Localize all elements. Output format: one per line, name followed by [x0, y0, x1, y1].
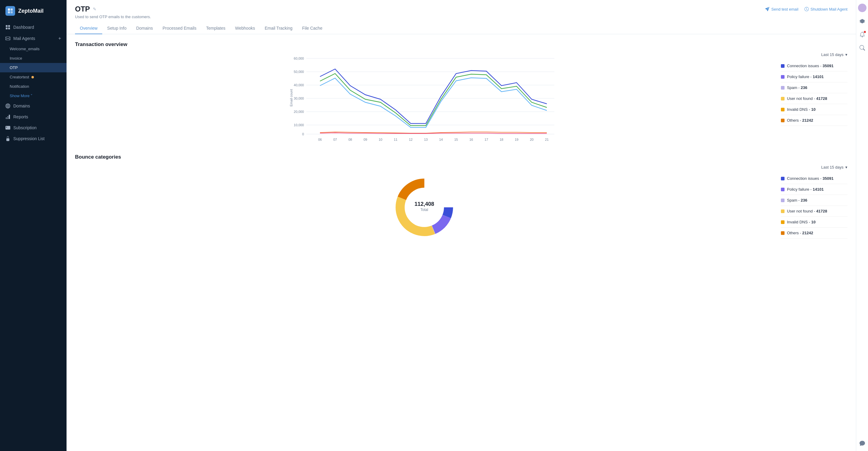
- svg-text:60,000: 60,000: [294, 57, 304, 60]
- transaction-chart-area: 60,000 50,000 40,000 30,000 20,000 10,00…: [75, 52, 774, 144]
- svg-rect-5: [8, 25, 10, 27]
- svg-text:09: 09: [364, 138, 367, 141]
- svg-text:19: 19: [515, 138, 518, 141]
- tab-file-cache[interactable]: File Cache: [297, 23, 327, 34]
- tab-setup-info[interactable]: Setup Info: [102, 23, 131, 34]
- edit-title-icon[interactable]: ✎: [93, 7, 96, 11]
- logo-icon: [5, 6, 15, 16]
- svg-text:14: 14: [439, 138, 443, 141]
- header-actions: Send test email Shutdown Mail Agent: [765, 7, 847, 11]
- date-range-dropdown-bounce[interactable]: Last 15 days ▾: [781, 165, 847, 169]
- svg-rect-7: [8, 28, 10, 29]
- bounce-label-dns: Invalid DNS - 10: [787, 220, 816, 224]
- donut-total-text: 112,408: [414, 201, 434, 207]
- shutdown-label: Shutdown Mail Agent: [810, 7, 847, 11]
- sidebar-item-domains[interactable]: Domains: [0, 101, 66, 111]
- svg-text:16: 16: [469, 138, 473, 141]
- svg-text:13: 13: [424, 138, 428, 141]
- tab-email-tracking[interactable]: Email Tracking: [260, 23, 297, 34]
- svg-text:08: 08: [348, 138, 352, 141]
- dashboard-label: Dashboard: [13, 25, 34, 30]
- date-range-label-transaction: Last 15 days: [821, 52, 843, 57]
- page-content: Transaction overview 60,000 50,: [66, 34, 856, 451]
- bounce-legend: Last 15 days ▾ Connection issues - 35091…: [781, 165, 847, 250]
- bounce-categories-title: Bounce categories: [75, 154, 847, 160]
- shutdown-mail-agent-button[interactable]: Shutdown Mail Agent: [805, 7, 847, 11]
- bounce-dot-spam: [781, 199, 784, 202]
- bounce-legend-policy: Policy failure - 14101: [781, 184, 847, 195]
- bounce-dot-policy: [781, 188, 784, 191]
- mail-agents-section[interactable]: Mail Agents +: [0, 33, 66, 44]
- svg-rect-0: [8, 8, 10, 10]
- tab-bar: Overview Setup Info Domains Processed Em…: [75, 23, 847, 34]
- svg-text:10: 10: [379, 138, 382, 141]
- svg-text:15: 15: [454, 138, 458, 141]
- transaction-overview-title: Transaction overview: [75, 41, 847, 48]
- reports-label: Reports: [13, 114, 28, 119]
- legend-label-user: User not found - 41728: [787, 96, 827, 101]
- date-range-dropdown-transaction[interactable]: Last 15 days ▾: [781, 52, 847, 57]
- search-icon[interactable]: [858, 44, 867, 52]
- send-test-email-button[interactable]: Send test email: [765, 7, 799, 11]
- app-logo[interactable]: ZeptoMail: [0, 0, 66, 22]
- bounce-label-spam: Spam - 236: [787, 198, 807, 202]
- svg-text:17: 17: [485, 138, 488, 141]
- legend-label-others: Others - 21242: [787, 118, 813, 122]
- warning-badge: [31, 76, 34, 78]
- header-top-row: OTP ✎ Send test email Shutdown Mail Agen…: [75, 5, 847, 13]
- avatar[interactable]: [858, 4, 867, 12]
- sidebar-item-creatortest[interactable]: Creatortest: [0, 72, 66, 82]
- svg-text:50,000: 50,000: [294, 70, 304, 74]
- tab-processed-emails[interactable]: Processed Emails: [158, 23, 201, 34]
- legend-spam: Spam - 236: [781, 82, 847, 93]
- add-mail-agent-icon[interactable]: +: [58, 36, 61, 41]
- sidebar-item-welcome-emails[interactable]: Welcome_emails: [0, 44, 66, 54]
- sidebar-item-reports[interactable]: Reports: [0, 111, 66, 122]
- svg-text:10,000: 10,000: [294, 123, 304, 127]
- bounce-legend-dns: Invalid DNS - 10: [781, 217, 847, 228]
- svg-text:0: 0: [302, 132, 304, 136]
- sidebar-item-otp[interactable]: OTP: [0, 63, 66, 72]
- tab-domains[interactable]: Domains: [131, 23, 158, 34]
- sidebar-item-subscription[interactable]: Subscription: [0, 122, 66, 133]
- svg-text:21: 21: [545, 138, 549, 141]
- svg-text:20,000: 20,000: [294, 110, 304, 113]
- page-header: OTP ✎ Send test email Shutdown Mail Agen…: [66, 0, 856, 34]
- svg-text:12: 12: [409, 138, 412, 141]
- bounce-dot-connection: [781, 177, 784, 180]
- chat-icon[interactable]: [858, 439, 867, 447]
- sidebar-item-dashboard[interactable]: Dashboard: [0, 22, 66, 33]
- app-name: ZeptoMail: [18, 8, 43, 14]
- legend-user-not-found: User not found - 41728: [781, 93, 847, 104]
- transaction-overview-section: Transaction overview 60,000 50,: [75, 41, 847, 144]
- sidebar-item-notification[interactable]: Notification: [0, 82, 66, 91]
- sidebar-item-invoice[interactable]: Invoice: [0, 54, 66, 63]
- layers-icon[interactable]: [858, 17, 867, 25]
- legend-dot-dns: [781, 108, 784, 111]
- page-subtitle: Used to send OTP emails to the customers…: [75, 15, 847, 19]
- tab-webhooks[interactable]: Webhooks: [230, 23, 260, 34]
- domains-label: Domains: [13, 104, 30, 108]
- dropdown-chevron: ▾: [845, 52, 847, 57]
- notification-icon[interactable]: [858, 30, 867, 39]
- legend-label-connection: Connection issues - 35091: [787, 63, 834, 68]
- legend-dot-user: [781, 97, 784, 101]
- legend-dot-connection: [781, 64, 784, 68]
- legend-dot-others: [781, 119, 784, 122]
- tab-templates[interactable]: Templates: [201, 23, 230, 34]
- svg-text:18: 18: [500, 138, 503, 141]
- bounce-dot-user: [781, 209, 784, 213]
- donut-container: 112,408 Total: [391, 174, 458, 241]
- legend-dot-policy: [781, 75, 784, 79]
- bounce-label-connection: Connection issues - 35091: [787, 176, 834, 181]
- dropdown-chevron-bounce: ▾: [845, 165, 847, 169]
- bounce-legend-user: User not found - 41728: [781, 206, 847, 217]
- page-title: OTP: [75, 5, 90, 13]
- donut-label-text: Total: [421, 208, 428, 212]
- tab-overview[interactable]: Overview: [75, 23, 102, 34]
- date-range-label-bounce: Last 15 days: [821, 165, 843, 169]
- sidebar-item-suppression-list[interactable]: Suppression List: [0, 133, 66, 144]
- svg-text:40,000: 40,000: [294, 83, 304, 87]
- show-more-button[interactable]: Show More ˅: [0, 91, 66, 101]
- transaction-legend: Last 15 days ▾ Connection issues - 35091…: [781, 52, 847, 144]
